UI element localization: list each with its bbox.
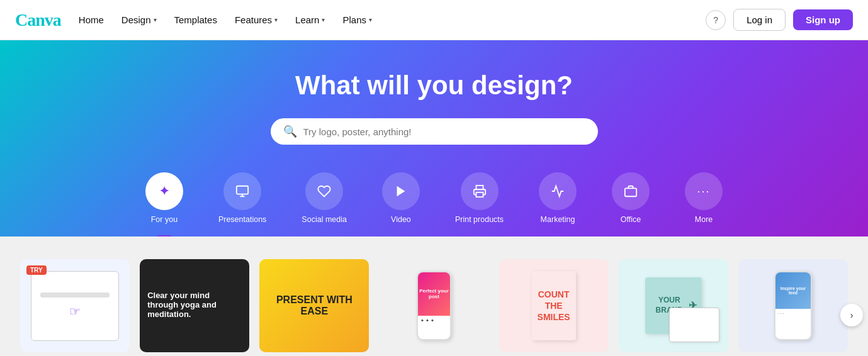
category-for-you[interactable]: ✦ For you <box>128 167 201 236</box>
category-label-social-media: Social media <box>302 215 347 224</box>
nav-home[interactable]: Home <box>79 14 104 25</box>
search-bar: 🔍 <box>271 118 598 145</box>
help-button[interactable]: ? <box>706 10 726 30</box>
chevron-down-icon: ▾ <box>154 16 157 23</box>
play-inner: ☞ <box>31 271 118 341</box>
category-print-products[interactable]: Print products <box>437 167 521 236</box>
card-thumb-logo: YOUR BRAND ✈ <box>619 259 728 352</box>
hero-section: What will you design? 🔍 ✦ For you Presen… <box>0 40 868 236</box>
office-icon <box>612 172 650 210</box>
pres-inner: PRESENT WITH EASE <box>259 259 369 352</box>
video-inner: Clear your mind through yoga and meditat… <box>140 283 249 329</box>
nav-features[interactable]: Features ▾ <box>235 14 278 25</box>
video-icon <box>382 172 420 210</box>
card-poster[interactable]: COUNT THE SMILES Poster <box>499 259 609 356</box>
category-label-print-products: Print products <box>455 215 504 224</box>
nav-left: Canva Home Design ▾ Templates Features ▾… <box>15 10 372 30</box>
fb-phone: Inspire your feed · · · <box>774 271 812 340</box>
chevron-down-icon: ▾ <box>369 16 372 23</box>
login-button[interactable]: Log in <box>733 9 786 31</box>
nav-templates[interactable]: Templates <box>174 14 217 25</box>
card-presentation[interactable]: PRESENT WITH EASE Presentation (16:9) <box>259 259 369 356</box>
insta-photo: Perfect your post <box>418 272 450 316</box>
svg-marker-3 <box>397 186 405 197</box>
card-thumb-video: Clear your mind through yoga and meditat… <box>140 259 249 352</box>
search-input[interactable] <box>303 126 585 137</box>
nav-design[interactable]: Design ▾ <box>121 14 157 25</box>
hero-title: What will you design? <box>0 70 868 101</box>
category-label-presentations: Presentations <box>218 215 266 224</box>
card-thumb-play: TRY ☞ <box>20 259 130 352</box>
fb-photo: Inspire your feed <box>775 272 811 309</box>
category-more[interactable]: ··· More <box>667 167 740 236</box>
category-video[interactable]: Video <box>364 167 437 236</box>
navbar: Canva Home Design ▾ Templates Features ▾… <box>0 0 868 40</box>
category-social-media[interactable]: Social media <box>284 167 364 236</box>
cursor-icon: ☞ <box>69 304 81 319</box>
category-label-video: Video <box>391 215 411 224</box>
chevron-down-icon: ▾ <box>322 16 325 23</box>
presentations-icon <box>223 172 261 210</box>
search-icon: 🔍 <box>283 125 297 138</box>
print-products-icon <box>461 172 499 210</box>
marketing-icon <box>539 172 577 210</box>
category-row: ✦ For you Presentations Social media Vid… <box>0 167 868 236</box>
cards-section: TRY ☞ Play with Canva Clear your mind th… <box>0 236 868 356</box>
nav-right: ? Log in Sign up <box>706 9 853 31</box>
try-badge: TRY <box>26 265 47 275</box>
card-logo[interactable]: YOUR BRAND ✈ Logo <box>619 259 728 356</box>
card-video[interactable]: Clear your mind through yoga and meditat… <box>140 259 249 356</box>
category-label-office: Office <box>621 215 641 224</box>
nav-learn[interactable]: Learn ▾ <box>295 14 325 25</box>
insta-phone: Perfect your post ✦ ✦ ✦ <box>417 271 451 340</box>
card-instagram[interactable]: Perfect your post ✦ ✦ ✦ Instagram Post <box>379 259 488 356</box>
svg-rect-4 <box>476 192 483 197</box>
signup-button[interactable]: Sign up <box>793 9 853 30</box>
card-thumb-poster: COUNT THE SMILES <box>499 259 609 352</box>
category-label-marketing: Marketing <box>541 215 575 224</box>
svg-rect-0 <box>237 186 248 194</box>
nav-plans[interactable]: Plans ▾ <box>342 14 372 25</box>
category-label-for-you: For you <box>151 215 178 224</box>
svg-rect-5 <box>625 188 636 196</box>
category-label-more: More <box>695 215 713 224</box>
card-thumb-presentation: PRESENT WITH EASE <box>259 259 369 352</box>
category-presentations[interactable]: Presentations <box>201 167 284 236</box>
card-thumb-facebook: Inspire your feed · · · <box>738 259 848 352</box>
more-icon: ··· <box>685 172 723 210</box>
next-button[interactable]: › <box>840 304 863 326</box>
category-marketing[interactable]: Marketing <box>521 167 594 236</box>
logo-envelope <box>669 308 719 342</box>
category-office[interactable]: Office <box>594 167 667 236</box>
canva-logo[interactable]: Canva <box>15 10 61 30</box>
poster-inner: COUNT THE SMILES <box>532 271 576 340</box>
for-you-icon: ✦ <box>145 172 183 210</box>
chevron-down-icon: ▾ <box>274 16 278 23</box>
card-thumb-instagram: Perfect your post ✦ ✦ ✦ <box>379 259 488 352</box>
card-play-with-canva[interactable]: TRY ☞ Play with Canva <box>20 259 130 356</box>
card-facebook[interactable]: Inspire your feed · · · Facebook Post <box>738 259 848 356</box>
social-media-icon <box>305 172 343 210</box>
